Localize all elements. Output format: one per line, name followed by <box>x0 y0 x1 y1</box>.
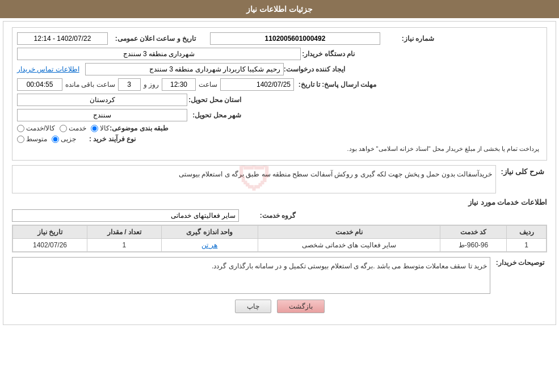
mohlat-date-input[interactable] <box>220 78 294 91</box>
radio-jozi-item[interactable]: جزیی <box>52 135 76 143</box>
radio-kala-khadamat-item[interactable]: کالا/خدمت <box>17 124 55 132</box>
ijad-konande-input[interactable] <box>85 63 284 75</box>
services-table: ردیف کد خدمت نام خدمت واحد اندازه گیری ت… <box>12 225 547 252</box>
tosihat-section: توصیحات خریدار: خرید تا سقف معاملات متوس… <box>12 257 547 294</box>
radio-khadamat-item[interactable]: خدمت <box>60 124 86 132</box>
cell-vahed[interactable]: هر تن <box>161 239 258 252</box>
radio-jozi[interactable] <box>52 136 59 143</box>
cell-radif: 1 <box>507 239 547 252</box>
baqi-mande-input[interactable] <box>17 78 62 91</box>
shahr-label: شهر محل تحویل: <box>187 111 244 119</box>
shahr-input[interactable] <box>17 109 187 121</box>
sharh-koli-label: شرح کلی نیاز: <box>496 165 547 176</box>
grouh-khadamat-label: گروه خدمت: <box>242 212 299 220</box>
nam-dastgah-input[interactable] <box>17 48 301 60</box>
col-nam: نام خدمت <box>258 226 440 239</box>
services-table-container: ردیف کد خدمت نام خدمت واحد اندازه گیری ت… <box>12 225 547 252</box>
col-tarikh: تاریخ نیاز <box>13 226 87 239</box>
ettelaat-link[interactable]: اطلاعات تماس خریدار <box>17 65 79 73</box>
mohlat-rooz-input[interactable] <box>118 78 141 91</box>
navoe-farayand-label: نوع فرآیند خرید : <box>82 135 138 143</box>
radio-kala-label: کالا <box>100 124 110 132</box>
page-header: جزئیات اطلاعات نیاز <box>0 0 559 18</box>
radio-khadamat-label: خدمت <box>69 124 86 132</box>
saat-label: ساعت <box>196 81 220 88</box>
ijad-konande-label: ایجاد کننده درخواست: <box>284 65 348 73</box>
sharh-koli-text: خریدآسفالت بدون حمل و پخش جهت لکه گیری و… <box>179 170 492 178</box>
tarikh-label: تاریخ و ساعت اعلان عمومی: <box>108 35 199 43</box>
ostan-label: استان محل تحویل: <box>187 96 244 104</box>
watermark: 🛡 <box>237 165 271 193</box>
col-tedad: تعداد / مقدار <box>87 226 162 239</box>
radio-kala-item[interactable]: کالا <box>91 124 110 132</box>
cell-tarikh: 1402/07/26 <box>13 239 87 252</box>
baqi-label: ساعت باقی مانده <box>62 81 118 88</box>
mohlat-ersal-label: مهلت ارسال پاسخ: تا تاریخ: <box>294 81 379 88</box>
col-kod: کد خدمت <box>440 226 506 239</box>
tabaghe-radio-group: کالا/خدمت خدمت کالا <box>17 124 110 132</box>
tosihat-label: توصیحات خریدار: <box>490 257 547 267</box>
button-row: بازگشت چاپ <box>12 300 547 319</box>
radio-kala[interactable] <box>91 125 98 132</box>
ettelaat-khadamat-title: اطلاعات خدمات مورد نیاز <box>12 198 547 206</box>
rooz-label: روز و <box>141 81 162 88</box>
radio-motevaset-label: متوسط <box>26 135 47 143</box>
radio-jozi-label: جزیی <box>61 135 76 143</box>
radio-kala-khadamat[interactable] <box>17 125 24 132</box>
col-vahed: واحد اندازه گیری <box>161 226 258 239</box>
radio-motevaset-item[interactable]: متوسط <box>17 135 47 143</box>
radio-kala-khadamat-label: کالا/خدمت <box>26 124 55 132</box>
mohlat-saat-input[interactable] <box>162 78 196 91</box>
tosihat-text: خرید تا سقف معاملات متوسط می باشد .برگه … <box>212 262 487 270</box>
cell-nam: سایر فعالیت های خدماتی شخصی <box>258 239 440 252</box>
nam-dastgah-label: نام دستگاه خریدار: <box>301 50 358 58</box>
col-radif: ردیف <box>507 226 547 239</box>
page-title: جزئیات اطلاعات نیاز <box>246 5 313 14</box>
navoe-farayand-radio-group: متوسط جزیی <box>17 135 76 143</box>
cell-kod: 960-96-ط <box>440 239 506 252</box>
back-button[interactable]: بازگشت <box>277 300 325 313</box>
grouh-khadamat-input[interactable] <box>12 209 239 222</box>
radio-khadamat[interactable] <box>60 125 67 132</box>
tabaghe-label: طبقه بندی موضوعی: <box>110 124 171 132</box>
print-button[interactable]: چاپ <box>235 300 271 313</box>
tarikh-input[interactable] <box>17 32 108 45</box>
shomara-niaz-input[interactable] <box>210 32 380 45</box>
shomara-niaz-label: شماره نیاز: <box>380 35 437 43</box>
farayand-note: پرداخت تمام یا بخشی از مبلغ خریدار محل "… <box>347 145 539 152</box>
radio-motevaset[interactable] <box>17 136 24 143</box>
ostan-input[interactable] <box>17 94 187 106</box>
table-row: 1 960-96-ط سایر فعالیت های خدماتی شخصی ه… <box>13 239 547 252</box>
cell-tedad: 1 <box>87 239 162 252</box>
